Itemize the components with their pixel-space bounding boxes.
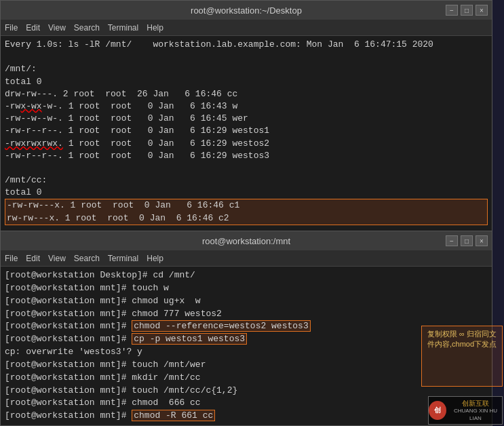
bottom-line-7: [root@workstation mnt]# touch /mnt/wer [5,359,488,372]
bottom-menu-terminal[interactable]: Terminal [108,254,138,263]
top-window-controls: − □ × [446,5,488,16]
bottom-line-11: [root@workstation mnt]# chmod -R 661 cc [5,410,488,423]
bottom-menu-view[interactable]: View [48,254,66,263]
bottom-title-bar: root@workstation:/mnt − □ × [1,231,492,250]
menu-file[interactable]: File [5,23,18,33]
bottom-line-9: [root@workstation mnt]# touch /mnt/cc/c{… [5,385,488,398]
top-line-8: -rwxrwxrwx. 1 root root 0 Jan 6 16:29 we… [5,138,488,150]
top-line-9: -rw-r--r--. 1 root root 0 Jan 6 16:29 we… [5,150,488,162]
annotation-text: 复制权限 ∞ 归宿同文件内容,chmod下发点 [427,330,497,348]
top-line-6: -rw--w--w-. 1 root root 0 Jan 6 16:45 we… [5,113,488,125]
top-line-0: Every 1.0s: ls -lR /mnt/ workstation.lab… [5,39,488,51]
annotation-box: 复制权限 ∞ 归宿同文件内容,chmod下发点 [421,326,503,387]
top-line-12: total 0 [5,187,488,199]
top-line-11: /mnt/cc: [5,174,488,187]
bottom-line-5: [root@workstation mnt]# cp -p westos1 we… [5,333,488,346]
brand-box: 创 创新互联 CHUANG XIN HU LIAN [428,396,503,425]
menu-edit[interactable]: Edit [26,23,40,33]
bottom-menubar: File Edit View Search Terminal Help [1,250,492,267]
top-line-13: -rw-rw---x. 1 root root 0 Jan 6 16:46 c1 [7,199,486,212]
bottom-line-2: [root@workstation mnt]# chmod ug+x w [5,295,488,308]
bottom-close-button[interactable]: × [476,235,488,246]
bottom-window-controls: − □ × [446,235,488,246]
brand-name: 创新互联 [449,399,502,408]
close-button[interactable]: × [476,5,488,16]
top-line-10 [5,162,488,174]
bottom-menu-file[interactable]: File [5,254,18,263]
bottom-line-0: [root@workstation Desktop]# cd /mnt/ [5,269,488,282]
bottom-terminal: root@workstation:/mnt − □ × File Edit Vi… [0,231,492,426]
bottom-menu-search[interactable]: Search [74,254,100,263]
top-terminal: root@workstation:~/Desktop − □ × File Ed… [0,0,492,241]
bottom-menu-help[interactable]: Help [147,254,163,263]
top-line-1 [5,51,488,63]
top-line-2: /mnt/: [5,63,488,75]
bottom-line-1: [root@workstation mnt]# touch w [5,282,488,295]
bottom-menu-edit[interactable]: Edit [26,254,40,263]
brand-text: 创新互联 CHUANG XIN HU LIAN [449,399,502,422]
top-line-3: total 0 [5,76,488,88]
bottom-window-title: root@workstation:/mnt [202,236,290,246]
menu-help[interactable]: Help [147,23,163,33]
top-line-5: -rwx-wx-w-. 1 root root 0 Jan 6 16:43 w [5,100,488,113]
top-terminal-content: Every 1.0s: ls -lR /mnt/ workstation.lab… [1,36,492,240]
bottom-line-4: [root@workstation mnt]# chmod --referenc… [5,320,488,333]
menu-terminal[interactable]: Terminal [108,23,138,33]
menu-search[interactable]: Search [74,23,100,33]
menu-view[interactable]: View [48,23,66,33]
minimize-button[interactable]: − [446,5,458,16]
top-window-title: root@workstation:~/Desktop [191,5,302,16]
maximize-button[interactable]: □ [461,5,473,16]
bottom-line-6: cp: overwrite 'westos3'? y [5,346,488,359]
top-menubar: File Edit View Search Terminal Help [1,20,492,36]
top-line-7: -rw-r--r--. 1 root root 0 Jan 6 16:29 we… [5,125,488,137]
top-highlight-block: -rw-rw---x. 1 root root 0 Jan 6 16:46 c1… [5,199,488,225]
bottom-terminal-content: [root@workstation Desktop]# cd /mnt/ [ro… [1,267,492,425]
bottom-line-8: [root@workstation mnt]# mkdir /mnt/cc [5,372,488,385]
brand-sub: CHUANG XIN HU LIAN [449,408,502,422]
bottom-line-10: [root@workstation mnt]# chmod 666 cc [5,397,488,410]
top-line-4: drw-rw---. 2 root root 26 Jan 6 16:46 cc [5,88,488,100]
top-line-14: rw-rw---x. 1 root root 0 Jan 6 16:46 c2 [7,212,486,225]
brand-icon: 创 [429,401,446,420]
bottom-minimize-button[interactable]: − [446,235,458,246]
bottom-maximize-button[interactable]: □ [461,235,473,246]
top-title-bar: root@workstation:~/Desktop − □ × [1,1,492,20]
bottom-line-3: [root@workstation mnt]# chmod 777 westos… [5,308,488,321]
